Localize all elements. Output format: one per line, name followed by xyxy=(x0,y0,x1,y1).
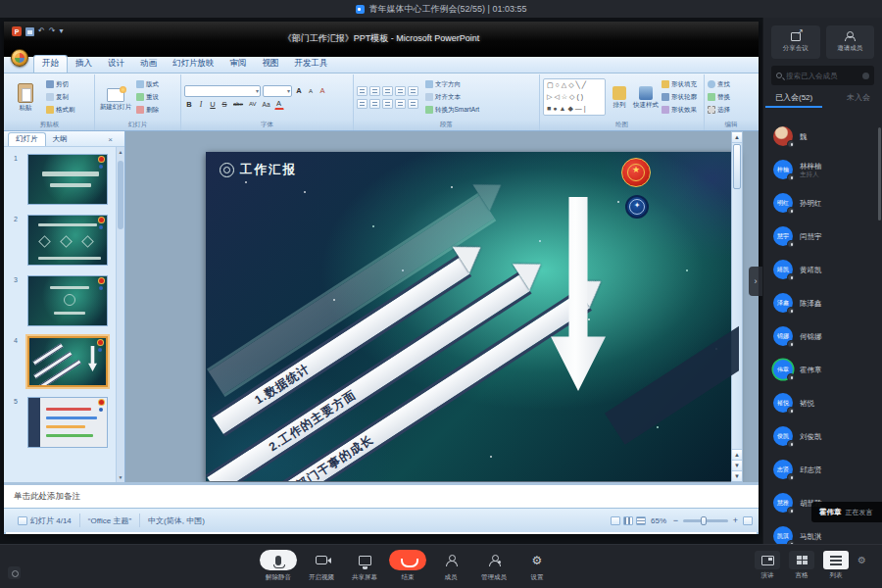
arrange-button[interactable]: 排列 xyxy=(609,86,630,108)
members-button[interactable]: 成员 xyxy=(429,550,472,582)
participant-row[interactable]: 凯淇 马凯淇 xyxy=(763,519,882,544)
copy-button[interactable]: 复制 xyxy=(46,92,75,103)
quick-styles-button[interactable]: 快速样式 xyxy=(633,86,659,108)
shadow-button[interactable]: abe xyxy=(231,99,245,110)
slide-thumbnail-3[interactable]: 3 xyxy=(27,275,108,326)
participant-row[interactable]: 靖凯 黄靖凯 xyxy=(763,253,882,286)
speaker-view-toggle[interactable]: 演讲 xyxy=(755,551,780,580)
bold-button[interactable]: B xyxy=(184,99,194,110)
qat-dropdown-icon[interactable]: ▾ xyxy=(59,26,63,36)
tab-home[interactable]: 开始 xyxy=(33,55,68,73)
notes-pane[interactable]: 单击此处添加备注 xyxy=(4,482,759,508)
fit-to-window-icon[interactable] xyxy=(743,516,753,525)
start-video-button[interactable]: 开启视频 xyxy=(300,550,343,582)
strikethrough-button[interactable]: S xyxy=(220,99,229,110)
delete-slide-button[interactable]: 删除 xyxy=(136,105,159,116)
sidebar-collapse-handle[interactable]: › xyxy=(749,267,762,296)
font-name-select[interactable] xyxy=(184,85,261,97)
undo-icon[interactable]: ↶ xyxy=(38,26,45,36)
pane-close-icon[interactable]: × xyxy=(108,135,113,146)
tab-not-joined-members[interactable]: 未入会 xyxy=(847,92,870,108)
next-slide-icon[interactable]: ▼ xyxy=(732,460,742,470)
align-center-button[interactable] xyxy=(369,99,380,109)
align-text-button[interactable]: 对齐文本 xyxy=(425,92,479,103)
shrink-font-button[interactable]: A xyxy=(306,85,316,96)
participant-row[interactable]: 慧宇 闫慧宇 xyxy=(763,220,882,253)
justify-button[interactable] xyxy=(395,99,406,109)
end-meeting-button[interactable]: 结束 xyxy=(386,550,429,582)
settings-button[interactable]: ⚙ 设置 xyxy=(515,550,559,582)
participant-row[interactable]: 魏 xyxy=(763,120,882,153)
tab-developer[interactable]: 开发工具 xyxy=(287,56,336,73)
pane-tab-outline[interactable]: 大纲 xyxy=(46,133,74,146)
bullets-button[interactable] xyxy=(357,86,368,96)
change-case-button[interactable]: Aa xyxy=(261,99,272,110)
paste-button[interactable]: 粘贴 xyxy=(8,83,43,111)
numbering-button[interactable] xyxy=(369,86,380,96)
tab-view[interactable]: 视图 xyxy=(255,56,287,73)
shapes-gallery[interactable]: ▢○△◇╲╱ ▷◁☆◇() ■●▲◆—| xyxy=(543,78,606,116)
smartart-button[interactable]: 转换为SmartArt xyxy=(425,105,479,116)
tab-design[interactable]: 设计 xyxy=(100,56,132,73)
zoom-out-icon[interactable]: − xyxy=(671,515,680,525)
new-slide-button[interactable]: 新建幻灯片 xyxy=(98,85,133,110)
clear-format-button[interactable]: A xyxy=(318,85,327,96)
slide-thumbnail-4-selected[interactable]: 4 xyxy=(27,336,108,387)
voice-search-icon[interactable] xyxy=(862,73,869,79)
align-left-button[interactable] xyxy=(357,99,368,109)
participant-row[interactable]: 泽鑫 陈泽鑫 xyxy=(763,286,882,319)
participant-row-host[interactable]: 梓楠 林梓楠 主持人 xyxy=(763,153,882,186)
pane-tab-slides[interactable]: 幻灯片 xyxy=(8,132,46,146)
scroll-up-icon[interactable]: ▲ xyxy=(732,132,742,143)
line-spacing-button[interactable] xyxy=(408,86,418,96)
reset-button[interactable]: 重设 xyxy=(136,92,159,103)
slide-thumbnail-2[interactable]: 2 xyxy=(27,215,108,266)
participant-row[interactable]: 褚悦 褚悦 xyxy=(763,386,882,419)
participant-list-scrollbar[interactable] xyxy=(878,127,881,220)
ppt-titlebar[interactable]: P ↶ ↷ ▾ 《部门工作汇报》PPT模板 - Microsoft PowerP… xyxy=(4,22,759,57)
select-button[interactable]: 选择 xyxy=(708,105,730,116)
font-color-button[interactable]: A xyxy=(274,99,284,110)
slideshow-icon[interactable] xyxy=(636,516,646,525)
replace-button[interactable]: 替换 xyxy=(708,92,730,103)
invite-members-button[interactable]: 邀请成员 xyxy=(826,25,875,59)
participant-row[interactable]: 俊凯 刘俊凯 xyxy=(763,419,882,453)
cut-button[interactable]: 剪切 xyxy=(46,79,75,90)
slide-thumbnail-5[interactable]: 5 xyxy=(27,397,108,448)
manage-members-button[interactable]: 管理成员 xyxy=(472,550,515,582)
find-button[interactable]: 查找 xyxy=(708,79,730,90)
participant-row-speaking[interactable]: 伟章 霍伟章 xyxy=(763,353,882,386)
scroll-down-icon[interactable]: ▼ xyxy=(732,470,742,481)
underline-button[interactable]: U xyxy=(208,99,218,110)
meeting-info-icon[interactable] xyxy=(8,566,21,579)
shape-outline-button[interactable]: 形状轮廓 xyxy=(662,92,697,103)
char-spacing-button[interactable]: AV xyxy=(247,99,259,110)
office-button[interactable] xyxy=(11,49,28,67)
grow-font-button[interactable]: A xyxy=(294,85,304,96)
tab-animations[interactable]: 动画 xyxy=(132,56,165,73)
normal-view-icon[interactable] xyxy=(611,516,620,525)
list-view-toggle-active[interactable]: 列表 xyxy=(823,551,849,580)
share-meeting-button[interactable]: 分享会议 xyxy=(771,25,820,59)
tab-slideshow[interactable]: 幻灯片放映 xyxy=(165,56,222,73)
layout-button[interactable]: 版式 xyxy=(136,79,159,90)
participant-row[interactable]: 志贤 邱志贤 xyxy=(763,453,882,486)
shape-fill-button[interactable]: 形状填充 xyxy=(662,79,697,90)
align-right-button[interactable] xyxy=(382,99,393,109)
shape-effects-button[interactable]: 形状效果 xyxy=(662,105,697,116)
save-icon[interactable] xyxy=(25,27,34,36)
text-direction-button[interactable]: 文字方向 xyxy=(425,79,479,90)
thumbnail-scrollbar[interactable]: ▲ ▼ xyxy=(116,147,124,482)
tab-insert[interactable]: 插入 xyxy=(68,56,100,73)
redo-icon[interactable]: ↷ xyxy=(49,26,56,36)
zoom-in-icon[interactable]: + xyxy=(731,515,740,525)
tab-joined-members[interactable]: 已入会(52) xyxy=(775,92,812,108)
share-screen-button[interactable]: 共享屏幕 xyxy=(343,550,386,582)
slide-thumbnail-1[interactable]: 1 xyxy=(27,154,108,205)
tab-review[interactable]: 审阅 xyxy=(222,56,255,73)
columns-button[interactable] xyxy=(408,99,418,109)
zoom-slider[interactable] xyxy=(683,519,728,522)
current-slide[interactable]: 工作汇报 1.数据统计 2.工作的主要方面 3.部门干事的成长 xyxy=(206,152,739,481)
grid-view-toggle[interactable]: 宫格 xyxy=(789,551,814,580)
participant-row[interactable]: 明红 孙明红 xyxy=(763,186,882,220)
